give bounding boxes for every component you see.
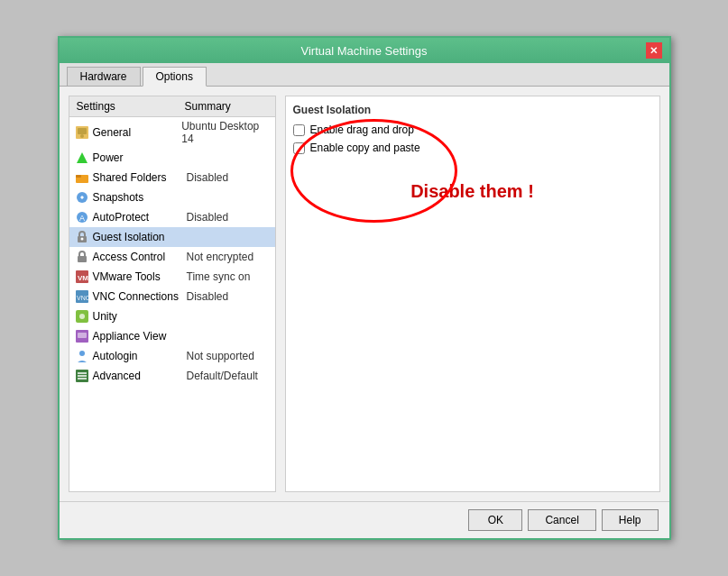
shared-folders-icon bbox=[75, 170, 89, 185]
vmware-tools-summary: Time sync on bbox=[187, 270, 251, 283]
setting-unity[interactable]: Unity bbox=[69, 306, 275, 326]
svg-point-2 bbox=[80, 134, 84, 138]
tab-hardware[interactable]: Hardware bbox=[67, 67, 141, 86]
drag-drop-row: Enable drag and drop bbox=[293, 123, 652, 136]
setting-autologin[interactable]: Autologin Not supported bbox=[69, 346, 275, 366]
autoprotect-label: AutoProtect bbox=[93, 211, 183, 224]
svg-rect-1 bbox=[78, 128, 87, 134]
col-summary-label: Summary bbox=[185, 100, 231, 113]
general-icon bbox=[75, 125, 89, 140]
svg-point-20 bbox=[79, 351, 85, 356]
setting-snapshots[interactable]: Snapshots bbox=[69, 187, 275, 207]
vnc-connections-icon: VNC bbox=[75, 289, 89, 304]
advanced-summary: Default/Default bbox=[187, 370, 258, 382]
setting-access-control[interactable]: Access Control Not encrypted bbox=[69, 247, 275, 267]
access-control-icon bbox=[75, 250, 89, 264]
tab-bar: Hardware Options bbox=[60, 63, 669, 87]
autologin-icon bbox=[75, 349, 89, 363]
setting-advanced[interactable]: Advanced Default/Default bbox=[69, 366, 275, 386]
advanced-icon bbox=[75, 369, 89, 383]
disable-text: Disable them ! bbox=[293, 181, 652, 202]
guest-isolation-label: Guest Isolation bbox=[93, 231, 183, 243]
enable-drag-drop-label[interactable]: Enable drag and drop bbox=[310, 123, 414, 136]
snapshots-label: Snapshots bbox=[93, 191, 183, 204]
vnc-connections-summary: Disabled bbox=[187, 290, 229, 303]
setting-vmware-tools[interactable]: VM VMware Tools Time sync on bbox=[69, 267, 275, 287]
window-title: Virtual Machine Settings bbox=[83, 44, 646, 58]
general-label: General bbox=[93, 126, 179, 139]
setting-guest-isolation[interactable]: Guest Isolation bbox=[69, 227, 275, 247]
general-summary: Ubuntu Desktop 14 bbox=[181, 120, 269, 145]
settings-header: Settings Summary bbox=[69, 96, 275, 117]
svg-text:VNC: VNC bbox=[77, 295, 88, 301]
snapshots-icon bbox=[75, 190, 89, 205]
setting-shared-folders[interactable]: Shared Folders Disabled bbox=[69, 168, 275, 187]
svg-rect-19 bbox=[78, 333, 87, 338]
tab-options[interactable]: Options bbox=[143, 67, 207, 87]
guest-isolation-icon bbox=[75, 230, 89, 244]
setting-power[interactable]: Power bbox=[69, 148, 275, 168]
autoprotect-icon: A bbox=[75, 210, 89, 224]
vmware-tools-icon: VM bbox=[75, 270, 89, 284]
settings-list: Settings Summary General Ubuntu Desktop … bbox=[69, 96, 276, 492]
vnc-connections-label: VNC Connections bbox=[93, 290, 183, 303]
svg-point-17 bbox=[79, 314, 85, 319]
setting-autoprotect[interactable]: A AutoProtect Disabled bbox=[69, 207, 275, 227]
footer: OK Cancel Help bbox=[60, 501, 669, 538]
enable-drag-drop-checkbox[interactable] bbox=[293, 124, 305, 136]
power-icon bbox=[75, 151, 89, 165]
access-control-label: Access Control bbox=[93, 251, 183, 263]
main-content: Settings Summary General Ubuntu Desktop … bbox=[60, 87, 669, 501]
enable-copy-paste-label[interactable]: Enable copy and paste bbox=[310, 142, 420, 154]
unity-icon bbox=[75, 309, 89, 324]
svg-rect-5 bbox=[76, 175, 81, 178]
shared-folders-summary: Disabled bbox=[187, 171, 229, 184]
copy-paste-row: Enable copy and paste bbox=[293, 142, 652, 154]
guest-isolation-panel: Guest Isolation Enable drag and drop Ena… bbox=[285, 96, 660, 492]
advanced-label: Advanced bbox=[93, 370, 183, 382]
enable-copy-paste-checkbox[interactable] bbox=[293, 142, 305, 154]
vmware-tools-label: VMware Tools bbox=[93, 270, 183, 283]
autologin-label: Autologin bbox=[93, 350, 183, 362]
power-label: Power bbox=[93, 151, 183, 164]
appliance-view-label: Appliance View bbox=[93, 330, 183, 343]
svg-text:A: A bbox=[79, 214, 85, 223]
autoprotect-summary: Disabled bbox=[187, 211, 229, 224]
title-bar: Virtual Machine Settings ✕ bbox=[60, 38, 669, 63]
ok-button[interactable]: OK bbox=[468, 509, 522, 531]
shared-folders-label: Shared Folders bbox=[93, 171, 183, 184]
autologin-summary: Not supported bbox=[187, 350, 254, 362]
svg-rect-11 bbox=[78, 256, 87, 262]
close-button[interactable]: ✕ bbox=[646, 42, 662, 59]
virtual-machine-settings-window: Virtual Machine Settings ✕ Hardware Opti… bbox=[58, 36, 671, 540]
section-title: Guest Isolation bbox=[293, 104, 652, 116]
setting-appliance-view[interactable]: Appliance View bbox=[69, 326, 275, 346]
svg-point-10 bbox=[80, 238, 83, 241]
setting-vnc-connections[interactable]: VNC VNC Connections Disabled bbox=[69, 287, 275, 306]
appliance-view-icon bbox=[75, 329, 89, 343]
col-settings-label: Settings bbox=[77, 100, 185, 113]
setting-general[interactable]: General Ubuntu Desktop 14 bbox=[69, 117, 275, 148]
access-control-summary: Not encrypted bbox=[187, 251, 254, 263]
cancel-button[interactable]: Cancel bbox=[528, 509, 595, 531]
svg-text:VM: VM bbox=[78, 274, 88, 282]
svg-marker-3 bbox=[77, 152, 88, 163]
unity-label: Unity bbox=[93, 310, 183, 323]
help-button[interactable]: Help bbox=[602, 509, 659, 531]
